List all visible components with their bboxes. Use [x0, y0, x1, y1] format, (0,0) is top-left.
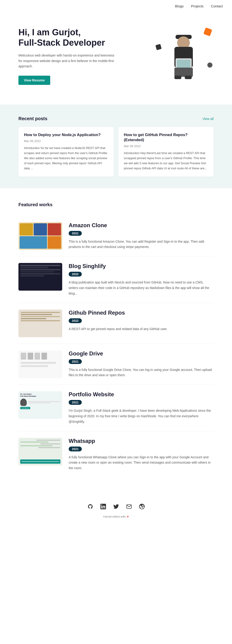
work-title-1: Blog Singhlify: [69, 263, 214, 270]
featured-works-title: Featured works: [18, 202, 214, 207]
work-desc-4: I'm Gurjot Singh, a Full-Stack geek & de…: [69, 408, 214, 424]
work-item-3: Google Drive 2021 This is a fully functi…: [18, 344, 214, 385]
post-excerpt-0: Introduction So far we have created a No…: [24, 146, 108, 171]
post-card-1[interactable]: How to get GitHub Pinned Repos? (Extende…: [118, 127, 214, 177]
dev-foot-right: [185, 76, 192, 79]
recent-posts-header: Recent posts View all: [18, 116, 214, 121]
year-badge-1: 2022: [69, 272, 82, 276]
dev-laptop-screen: [177, 60, 191, 68]
dev-foot-left: [174, 76, 181, 79]
nav-contact[interactable]: Contact: [211, 4, 223, 8]
hero-heading: Hi, I am Gurjot, Full-Stack Developer: [18, 27, 115, 48]
work-item-5: Whatsapp 2021 A fully functional Whatsap…: [18, 431, 214, 478]
recent-posts-section: Recent posts View all How to Deploy your…: [0, 104, 232, 188]
work-desc-3: This is a fully functional Google Drive …: [69, 367, 214, 378]
post-title-0: How to Deploy your Node.js Application?: [24, 132, 108, 138]
year-badge-4: 2021: [69, 400, 82, 405]
work-item-4: Hi, I am Gurjot,Full-Stack Developer Vie…: [18, 385, 214, 431]
work-item-0: Amazon Clone 2021 This is a fully functi…: [18, 216, 214, 257]
work-thumbnail-4: Hi, I am Gurjot,Full-Stack Developer Vie…: [18, 391, 62, 419]
work-content-4: Portfolio Website 2021 I'm Gurjot Singh,…: [69, 391, 214, 424]
recent-posts-title: Recent posts: [18, 116, 47, 121]
post-date-0: Mar 06 2022: [24, 139, 108, 143]
float-box-dark: [156, 44, 162, 50]
work-title-3: Google Drive: [69, 350, 214, 357]
work-content-1: Blog Singhlify 2022 A blog publication a…: [69, 263, 214, 296]
post-title-1: How to get GitHub Pinned Repos? (Extende…: [124, 132, 208, 142]
float-circle: [207, 62, 213, 68]
work-thumbnail-2: [18, 310, 62, 337]
work-desc-5: A fully functional Whatsapp Clone where …: [69, 455, 214, 471]
footer: Handcrafted with ♥: [0, 491, 232, 525]
year-badge-5: 2021: [69, 446, 82, 452]
email-icon[interactable]: [125, 503, 133, 510]
float-box-orange: [204, 28, 212, 36]
work-content-2: Github Pinned Repos 2022 A REST-API to g…: [69, 310, 214, 332]
dribbble-icon[interactable]: [138, 503, 146, 510]
navigation: Blogs Projects Contact: [0, 0, 232, 12]
work-title-0: Amazon Clone: [69, 222, 214, 228]
year-badge-3: 2021: [69, 359, 82, 364]
posts-grid: How to Deploy your Node.js Application? …: [18, 127, 214, 177]
post-card-0[interactable]: How to Deploy your Node.js Application? …: [18, 127, 114, 177]
work-desc-2: A REST-API to get pinned repos and relat…: [69, 326, 214, 332]
post-date-1: Mar 08 2022: [124, 144, 208, 148]
heart-icon: ♥: [127, 515, 129, 518]
hero-text: Hi, I am Gurjot, Full-Stack Developer Me…: [18, 27, 115, 85]
year-badge-2: 2022: [69, 318, 82, 323]
linkedin-icon[interactable]: [100, 503, 107, 510]
work-desc-1: A blog publication app built with NextJs…: [69, 280, 214, 296]
work-content-0: Amazon Clone 2021 This is a fully functi…: [69, 222, 214, 250]
post-excerpt-1: Introduction Hey there!!Last time we cre…: [124, 150, 208, 171]
work-thumbnail-1: [18, 263, 62, 291]
view-all-link[interactable]: View all: [203, 117, 214, 121]
year-badge-0: 2021: [69, 231, 82, 236]
view-resume-button[interactable]: View Resume: [18, 76, 50, 85]
work-title-4: Portfolio Website: [69, 391, 214, 398]
work-desc-0: This is a fully functional Amazon Clone.…: [69, 239, 214, 250]
social-icons: [9, 503, 223, 510]
hero-section: Hi, I am Gurjot, Full-Stack Developer Me…: [0, 12, 232, 104]
work-content-3: Google Drive 2021 This is a fully functi…: [69, 350, 214, 378]
work-thumbnail-0: [18, 222, 62, 250]
work-content-5: Whatsapp 2021 A fully functional Whatsap…: [69, 438, 214, 471]
footer-credit: Handcrafted with ♥: [9, 515, 223, 518]
work-title-5: Whatsapp: [69, 438, 214, 444]
developer-figure: [163, 31, 204, 82]
work-title-2: Github Pinned Repos: [69, 310, 214, 316]
work-thumbnail-5: [18, 438, 62, 466]
nav-blogs[interactable]: Blogs: [175, 4, 184, 8]
work-thumbnail-3: [18, 350, 62, 378]
github-icon[interactable]: [87, 503, 94, 510]
nav-projects[interactable]: Projects: [191, 4, 204, 8]
featured-works-section: Featured works Amazon Clone 2021 This is…: [0, 188, 232, 491]
work-item-2: Github Pinned Repos 2022 A REST-API to g…: [18, 303, 214, 344]
dev-legs: [174, 68, 193, 77]
hero-illustration: [154, 26, 214, 86]
hero-description: Meticulous web developer with hands-on e…: [18, 53, 115, 69]
twitter-icon[interactable]: [112, 503, 120, 510]
work-item-1: Blog Singhlify 2022 A blog publication a…: [18, 256, 214, 303]
